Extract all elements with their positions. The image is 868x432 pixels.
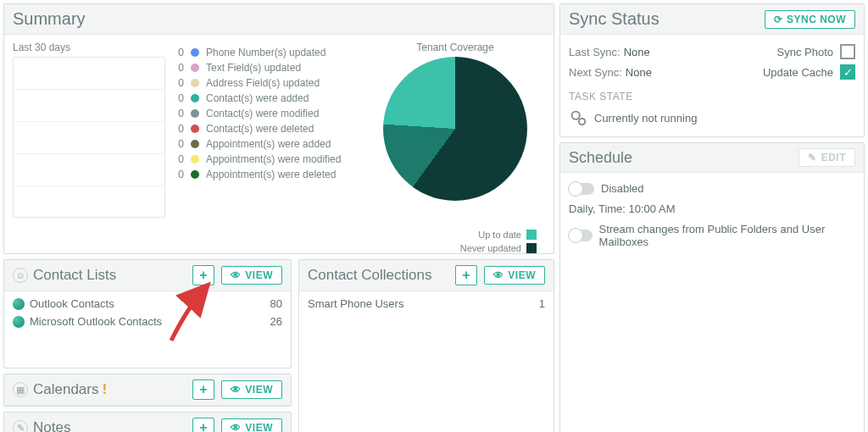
eye-icon: 👁 — [493, 269, 504, 281]
legend-row: 0Phone Number(s) updated — [172, 45, 359, 60]
calendars-panel: ▦Calendars! + 👁VIEW — [3, 374, 292, 407]
schedule-disabled-label: Disabled — [601, 182, 644, 195]
summary-panel: Summary Last 30 days 0Phone Number(s) up… — [3, 3, 554, 254]
tenant-coverage-chart: Tenant Coverage — [365, 42, 545, 218]
stream-changes-label: Stream changes from Public Folders and U… — [599, 223, 855, 248]
add-calendar-button[interactable]: + — [192, 379, 214, 400]
globe-icon — [13, 316, 25, 328]
sync-photo-label: Sync Photo — [777, 46, 834, 58]
pie-icon — [383, 57, 527, 201]
contact-lists-panel: ☺Contact Lists + 👁VIEW Outlook Contacts8… — [3, 259, 292, 368]
next-sync-label: Next Sync: — [569, 66, 622, 79]
contact-list-row[interactable]: Microsoft Outlook Contacts26 — [13, 313, 282, 330]
warning-icon: ! — [103, 381, 108, 398]
chart-title: Tenant Coverage — [365, 42, 545, 53]
last30-empty-list — [13, 57, 165, 218]
summary-title: Summary — [13, 9, 545, 29]
eye-icon: 👁 — [231, 384, 242, 396]
sync-now-button[interactable]: ⟳SYNC NOW — [765, 10, 856, 29]
task-state-heading: TASK STATE — [569, 91, 855, 102]
calendars-title: Calendars — [33, 381, 99, 398]
refresh-icon: ⟳ — [774, 14, 783, 25]
legend-row: 0Contact(s) were modified — [172, 106, 359, 121]
sync-status-title: Sync Status — [569, 9, 758, 29]
legend-row: 0Contact(s) were added — [172, 91, 359, 106]
calendar-icon: ▦ — [13, 382, 28, 397]
summary-legend: 0Phone Number(s) updated0Text Field(s) u… — [172, 42, 359, 218]
last30-section: Last 30 days — [13, 42, 165, 218]
last-sync-label: Last Sync: — [569, 46, 620, 58]
schedule-time: Daily, Time: 10:00 AM — [569, 202, 855, 215]
view-collections-button[interactable]: 👁VIEW — [484, 266, 545, 285]
edit-schedule-button[interactable]: ✎EDIT — [798, 148, 855, 167]
view-contact-lists-button[interactable]: 👁VIEW — [221, 266, 282, 285]
task-state-text: Currently not running — [594, 112, 697, 125]
contact-collections-title: Contact Collections — [308, 267, 431, 284]
legend-row: 0Text Field(s) updated — [172, 60, 359, 75]
contact-collections-panel: Contact Collections + 👁VIEW Smart Phone … — [298, 259, 554, 432]
contact-lists-title: Contact Lists — [33, 267, 116, 284]
sync-status-panel: Sync Status ⟳SYNC NOW Last Sync: None Sy… — [559, 3, 865, 137]
notes-title: Notes — [33, 419, 70, 432]
update-cache-label: Update Cache — [763, 66, 833, 79]
people-icon: ☺ — [13, 268, 28, 283]
update-cache-checkbox[interactable]: ✓ — [840, 64, 855, 80]
notes-panel: ✎Notes + 👁VIEW — [3, 412, 292, 432]
add-note-button[interactable]: + — [192, 418, 214, 432]
globe-icon — [13, 298, 25, 310]
schedule-title: Schedule — [569, 149, 792, 167]
legend-row: 0Appointment(s) were added — [172, 136, 359, 152]
gears-icon — [569, 108, 587, 127]
view-calendars-button[interactable]: 👁VIEW — [221, 380, 282, 399]
legend-row: 0Address Field(s) updated — [172, 75, 359, 91]
collection-row[interactable]: Smart Phone Users1 — [308, 295, 545, 313]
schedule-enabled-toggle[interactable] — [569, 183, 594, 195]
contact-list-row[interactable]: Outlook Contacts80 — [13, 295, 282, 313]
last-sync-value: None — [624, 46, 777, 58]
next-sync-value: None — [626, 66, 763, 79]
stream-changes-toggle[interactable] — [569, 230, 593, 241]
sync-photo-checkbox[interactable] — [840, 44, 855, 59]
notes-icon: ✎ — [13, 420, 28, 432]
last30-label: Last 30 days — [13, 42, 165, 53]
legend-row: 0Appointment(s) were deleted — [172, 167, 359, 182]
add-contact-list-button[interactable]: + — [192, 265, 214, 285]
summary-header: Summary — [4, 4, 554, 35]
chart-legend: Up to date Never updated — [4, 230, 537, 253]
legend-row: 0Contact(s) were deleted — [172, 121, 359, 136]
svg-point-0 — [572, 112, 580, 119]
eye-icon: 👁 — [231, 269, 242, 281]
view-notes-button[interactable]: 👁VIEW — [221, 418, 282, 432]
eye-icon: 👁 — [231, 422, 242, 432]
add-collection-button[interactable]: + — [455, 265, 477, 285]
pencil-icon: ✎ — [808, 152, 817, 163]
legend-row: 0Appointment(s) were modified — [172, 152, 359, 167]
schedule-panel: Schedule ✎EDIT Disabled Daily, Time: 10:… — [559, 142, 865, 432]
svg-point-1 — [579, 119, 585, 125]
